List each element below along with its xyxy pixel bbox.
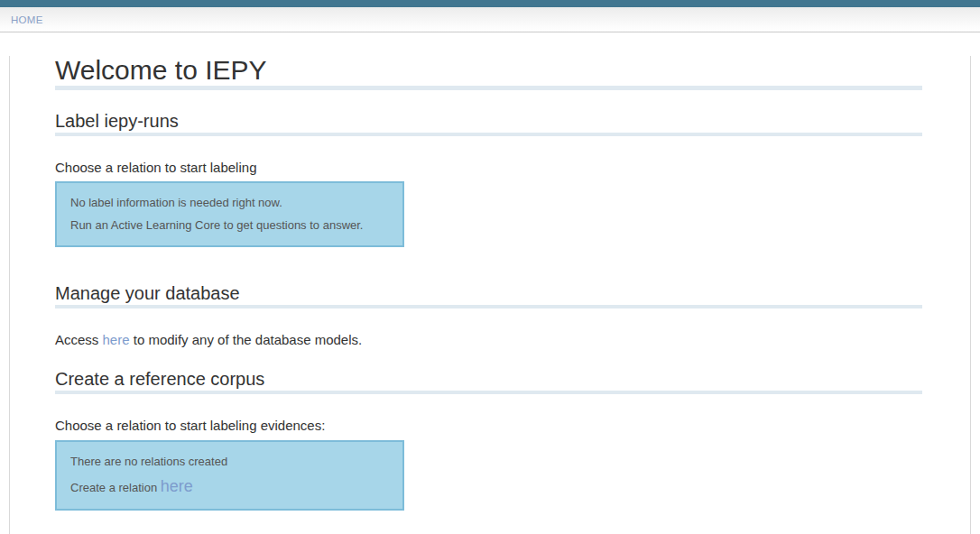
label-runs-info-box: No label information is needed right now… xyxy=(55,181,404,247)
label-runs-intro-text: Choose a relation to start labeling xyxy=(55,160,922,175)
info-line-no-label-needed: No label information is needed right now… xyxy=(70,196,389,210)
info-line-create-relation: Create a relation here xyxy=(70,476,389,497)
section-heading-label-iepy-runs: Label iepy-runs xyxy=(55,112,922,137)
manage-database-text-after: to modify any of the database models. xyxy=(130,332,363,347)
page-content: Welcome to IEPY Label iepy-runs Choose a… xyxy=(10,56,970,511)
page-title: Welcome to IEPY xyxy=(55,56,922,90)
section-heading-reference-corpus: Create a reference corpus xyxy=(55,370,922,395)
top-accent-bar xyxy=(0,0,980,7)
reference-corpus-intro-text: Choose a relation to start labeling evid… xyxy=(55,418,922,433)
section-heading-manage-database: Manage your database xyxy=(55,284,922,309)
database-admin-link[interactable]: here xyxy=(103,332,130,347)
reference-corpus-info-box: There are no relations created Create a … xyxy=(55,440,404,511)
info-line-no-relations: There are no relations created xyxy=(70,455,389,469)
create-relation-link[interactable]: here xyxy=(161,477,193,495)
breadcrumb-bar: HOME xyxy=(0,7,980,32)
create-relation-text: Create a relation xyxy=(70,481,161,494)
manage-database-text: Access here to modify any of the databas… xyxy=(55,332,922,347)
main-container: Welcome to IEPY Label iepy-runs Choose a… xyxy=(9,56,971,534)
breadcrumb-home-link[interactable]: HOME xyxy=(11,14,43,25)
manage-database-text-before: Access xyxy=(55,332,103,347)
info-line-run-active-learning: Run an Active Learning Core to get quest… xyxy=(70,218,389,233)
